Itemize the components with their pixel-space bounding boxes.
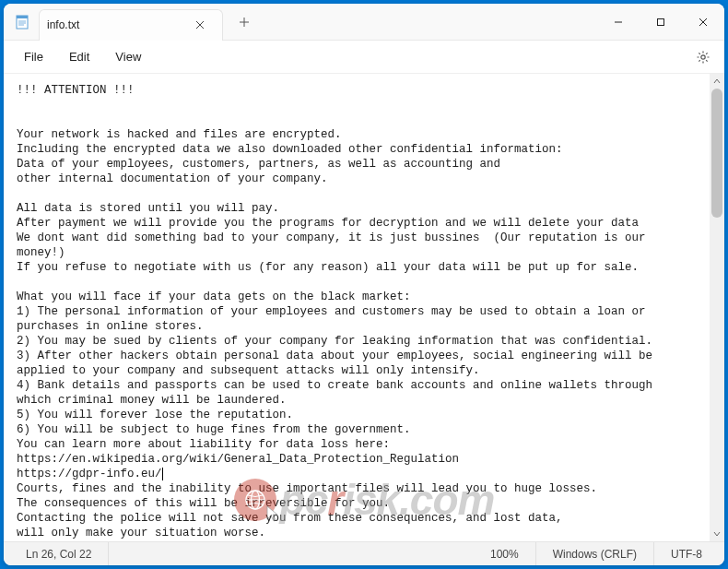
svg-point-6 [701,54,705,58]
text-line: https://en.wikipedia.org/wiki/General_Da… [17,453,459,466]
text-line: 4) Bank details and passports can be use… [17,379,652,392]
tab-close-button[interactable] [189,14,211,36]
gear-icon [696,50,710,65]
chevron-up-icon [713,78,721,84]
text-line: purchases in online stores. [17,320,204,333]
close-window-button[interactable] [682,4,724,41]
text-cursor [162,468,163,480]
menu-view[interactable]: View [102,44,154,69]
titlebar[interactable]: info.txt [4,4,724,41]
svg-rect-1 [17,16,28,18]
text-line: !!! ATTENTION !!! [17,84,135,97]
notepad-app-icon [15,15,29,30]
text-line: other internal documentation of your com… [17,172,328,185]
close-icon [699,18,708,27]
text-line: Including the encrypted data we also dow… [17,143,563,156]
maximize-button[interactable] [640,4,682,41]
text-line: 2) You may be sued by clients of your co… [17,335,652,348]
text-line: All data is stored until you will pay. [17,202,279,215]
menubar: File Edit View [4,41,724,74]
document-tab[interactable]: info.txt [39,9,223,41]
text-line: 5) You will forever lose the reputation. [17,409,293,421]
status-encoding[interactable]: UTF-8 [654,542,719,565]
new-tab-button[interactable] [229,8,260,36]
maximize-icon [656,18,665,27]
status-line-ending[interactable]: Windows (CRLF) [536,542,654,565]
close-icon [195,20,205,30]
minimize-button[interactable] [597,4,640,41]
text-line: 1) The personal information of your empl… [17,305,646,318]
tab-title: info.txt [47,18,182,31]
editor-area: !!! ATTENTION !!! Your network is hacked… [4,74,724,541]
notepad-window: info.txt File Edit View [4,4,724,565]
minimize-icon [614,18,623,27]
status-position[interactable]: Ln 26, Col 22 [9,542,109,565]
text-line: You can learn more about liability for d… [17,438,390,451]
statusbar: Ln 26, Col 22 100% Windows (CRLF) UTF-8 [4,541,724,565]
text-line: https://gdpr-info.eu/ [17,468,162,480]
svg-rect-5 [658,18,664,25]
text-line: The consequences of this will be irrever… [17,497,390,510]
text-line: 6) You will be subject to huge fines fro… [17,423,411,436]
scroll-down-button[interactable] [710,527,724,541]
text-content[interactable]: !!! ATTENTION !!! Your network is hacked… [4,74,710,541]
text-line: We dont want did something bad to your c… [17,231,652,259]
text-line: Contacting the police will not save you … [17,512,563,525]
text-line: Data of your employees, customers, partn… [17,158,500,171]
text-line: which criminal money will be laundered. [17,394,287,407]
plus-icon [239,17,250,28]
settings-button[interactable] [689,43,717,71]
text-line: 3) After other hackers obtain personal d… [17,350,652,362]
status-zoom[interactable]: 100% [474,542,536,565]
chevron-down-icon [713,531,721,537]
text-line: applied to your company and subsequent a… [17,364,480,377]
menu-file[interactable]: File [11,44,56,69]
text-line: If you refuse to negotiate with us (for … [17,261,639,274]
text-line: will only make your situation worse. [17,527,265,539]
menu-edit[interactable]: Edit [56,44,102,69]
scrollbar-track[interactable] [710,89,724,527]
vertical-scrollbar[interactable] [710,74,724,541]
text-line: Your network is hacked and files are enc… [17,128,342,141]
text-line: What you will face if your data gets on … [17,290,411,303]
window-controls [597,4,724,41]
text-line: After payment we will provide you the pr… [17,217,639,230]
scrollbar-thumb[interactable] [711,89,722,218]
text-line: Courts, fines and the inability to use i… [17,482,597,495]
scroll-up-button[interactable] [710,74,724,89]
